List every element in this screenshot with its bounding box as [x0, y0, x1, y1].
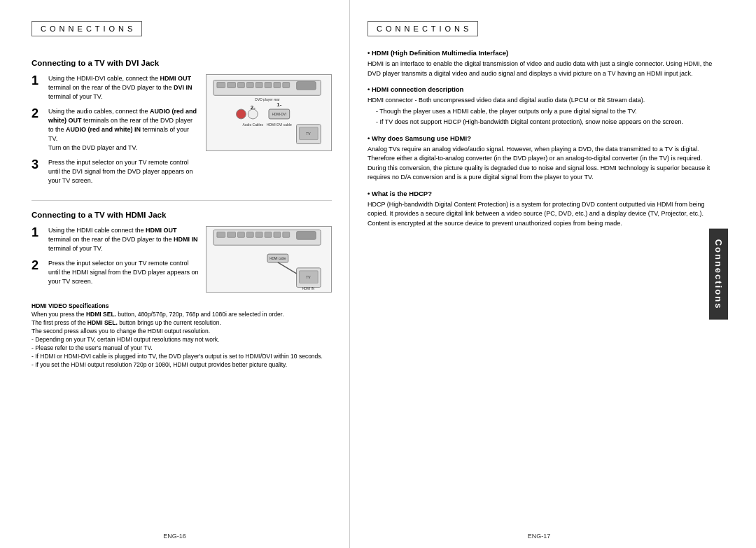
- svg-rect-1: [217, 82, 225, 87]
- hdmi-steps: 1 Using the HDMI cable connect the HDMI …: [31, 226, 199, 293]
- dvi-steps: 1 Using the HDMI-DVI cable, connect the …: [31, 74, 199, 192]
- svg-rect-7: [274, 82, 281, 87]
- svg-text:1-: 1-: [276, 101, 281, 108]
- right-header: C O N N E C T I O N S: [368, 21, 478, 36]
- bullet4-title: • What is the HDCP?: [368, 190, 718, 197]
- dvi-step3-text: Press the input selector on your TV remo…: [48, 158, 199, 185]
- left-page-num: ENG-16: [163, 533, 186, 540]
- svg-rect-2: [227, 82, 236, 87]
- svg-rect-24: [227, 232, 236, 237]
- bullet1-body: HDMI is an interface to enable the digit…: [368, 59, 718, 78]
- hdmi-step-num-1: 1: [31, 226, 44, 239]
- right-page-num: ENG-17: [528, 533, 551, 540]
- svg-point-12: [248, 109, 258, 119]
- dvi-step2-text: Using the audio cables, connect the AUDI…: [48, 107, 199, 153]
- svg-rect-4: [246, 82, 253, 87]
- footer-line-4: - Depending on your TV, certain HDMI out…: [31, 336, 332, 343]
- step-num-3: 3: [31, 158, 44, 171]
- side-tab: Connections: [709, 228, 728, 320]
- svg-rect-5: [255, 82, 262, 87]
- step-num-2: 2: [31, 107, 44, 120]
- svg-text:HDMI cable: HDMI cable: [270, 257, 286, 260]
- svg-text:HDMI-DVI cable: HDMI-DVI cable: [267, 123, 292, 127]
- footer-line-5: - Please refer to the user's manual of y…: [31, 344, 332, 351]
- svg-rect-26: [246, 232, 253, 237]
- footer-title: HDMI VIDEO Specifications: [31, 302, 109, 309]
- right-page: C O N N E C T I O N S • HDMI (High Defin…: [350, 0, 728, 548]
- svg-rect-9: [297, 82, 316, 90]
- hdmi-step2: 2 Press the input selector on your TV re…: [31, 259, 199, 286]
- svg-point-11: [237, 109, 246, 119]
- bullet-hdmi-def: • HDMI (High Definition Multimedia Inter…: [368, 49, 718, 78]
- bullet2-body: HDMI connector - Both uncompressed video…: [368, 96, 718, 127]
- footer-line-6: - If HDMI or HDMI-DVI cable is plugged i…: [31, 353, 332, 360]
- step-num-1: 1: [31, 74, 44, 87]
- bullet4-body: HDCP (High-bandwidth Digital Content Pro…: [368, 200, 718, 229]
- dvi-step1: 1 Using the HDMI-DVI cable, connect the …: [31, 74, 199, 101]
- dvi-step1-text: Using the HDMI-DVI cable, connect the HD…: [48, 74, 199, 101]
- svg-rect-8: [283, 82, 290, 87]
- svg-rect-31: [297, 231, 316, 239]
- svg-text:Audio Cables: Audio Cables: [243, 123, 264, 127]
- bullet1-body-text: HDMI is an interface to enable the digit…: [368, 59, 718, 78]
- hdmi-diagram: HDMI cable TV HDMI IN: [206, 226, 332, 293]
- bullet-hdmi-desc: • HDMI connection description HDMI conne…: [368, 85, 718, 127]
- bullet3-body: Analog TVs require an analog video/audio…: [368, 145, 718, 183]
- left-page: C O N N E C T I O N S Connecting to a TV…: [0, 0, 350, 548]
- footer-line-1: When you press the HDMI SEL. button, 480…: [31, 311, 332, 318]
- hdmi-step-num-2: 2: [31, 259, 44, 272]
- footer-line-2: The first press of the HDMI SEL. button …: [31, 319, 332, 326]
- svg-text:TV: TV: [306, 275, 311, 279]
- dvi-step3: 3 Press the input selector on your TV re…: [31, 158, 199, 185]
- bullet4-body-text: HDCP (High-bandwidth Digital Content Pro…: [368, 200, 718, 229]
- svg-line-38: [278, 262, 297, 273]
- bullet-why-samsung: • Why does Samsung use HDMI? Analog TVs …: [368, 134, 718, 183]
- svg-text:HDMI-DVI: HDMI-DVI: [272, 113, 286, 116]
- svg-text:TV: TV: [306, 132, 311, 136]
- svg-rect-30: [283, 232, 290, 237]
- svg-rect-27: [255, 232, 262, 237]
- footer-line-7: - If you set the HDMI output resolution …: [31, 361, 332, 368]
- svg-rect-28: [265, 232, 272, 237]
- hdmi-step2-text: Press the input selector on your TV remo…: [48, 259, 199, 286]
- section1-title: Connecting to a TV with DVI Jack: [31, 59, 332, 67]
- hdmi-step1: 1 Using the HDMI cable connect the HDMI …: [31, 226, 199, 253]
- svg-rect-29: [274, 232, 281, 237]
- page-container: C O N N E C T I O N S Connecting to a TV…: [0, 0, 756, 548]
- dvi-step2: 2 Using the audio cables, connect the AU…: [31, 107, 199, 153]
- bullet2-sub2: - If TV does not support HDCP (High-band…: [368, 118, 718, 127]
- svg-rect-23: [217, 232, 225, 237]
- bullet2-sub1: - Though the player uses a HDMI cable, t…: [368, 107, 718, 117]
- dvi-diagram-svg: DVD player rear HDMI-DVI Audio Cables HD…: [206, 74, 331, 151]
- dvi-connection-block: 1 Using the HDMI-DVI cable, connect the …: [31, 74, 332, 192]
- footer-section: HDMI VIDEO Specifications When you press…: [31, 302, 332, 368]
- bullet2-title: • HDMI connection description: [368, 85, 718, 93]
- section-divider: [31, 200, 332, 201]
- hdmi-step1-text: Using the HDMI cable connect the HDMI OU…: [48, 226, 199, 253]
- svg-text:HDMI IN: HDMI IN: [302, 287, 314, 290]
- bullet-hdcp: • What is the HDCP? HDCP (High-bandwidth…: [368, 190, 718, 229]
- bullet1-title: • HDMI (High Definition Multimedia Inter…: [368, 49, 718, 57]
- left-header: C O N N E C T I O N S: [31, 21, 142, 36]
- svg-rect-25: [238, 232, 245, 237]
- svg-rect-3: [238, 82, 245, 87]
- section2-title: Connecting to a TV with HDMI Jack: [31, 211, 332, 219]
- bullet2-body-text: HDMI connector - Both uncompressed video…: [368, 96, 718, 106]
- svg-text:2-: 2-: [251, 104, 255, 111]
- hdmi-diagram-svg: HDMI cable TV HDMI IN: [206, 226, 331, 293]
- dvi-diagram: DVD player rear HDMI-DVI Audio Cables HD…: [206, 74, 332, 151]
- bullet3-title: • Why does Samsung use HDMI?: [368, 134, 718, 142]
- bullet3-body-text: Analog TVs require an analog video/audio…: [368, 145, 718, 183]
- svg-rect-6: [265, 82, 272, 87]
- footer-line-3: The second press allows you to change th…: [31, 328, 332, 335]
- hdmi-connection-block: 1 Using the HDMI cable connect the HDMI …: [31, 226, 332, 293]
